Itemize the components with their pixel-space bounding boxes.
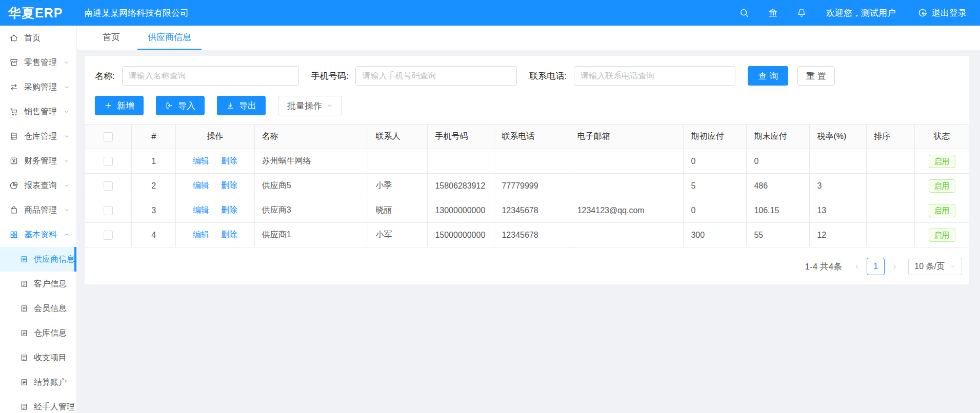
cell-sort [867, 149, 915, 174]
chevron-down-icon [64, 182, 70, 189]
search-icon[interactable] [739, 8, 749, 18]
search-form: 名称: 手机号码: 联系电话: 查 询 重 置 [85, 66, 969, 86]
cell-tax-rate: 13 [810, 198, 867, 223]
sidebar-subitem-2[interactable]: 会员信息 [0, 296, 76, 321]
status-badge: 启用 [929, 229, 955, 242]
cell-contact: 小季 [368, 174, 428, 198]
sidebar-item-storage[interactable]: 仓库管理 [0, 124, 76, 149]
content-area: 首页 供应商信息 名称: 手机号码: 联系电话: 查 询 重 置 [77, 26, 980, 413]
prev-page-icon[interactable] [850, 258, 864, 275]
sidebar-subitem-5[interactable]: 结算账户 [0, 370, 76, 395]
sidebar-subitem-6[interactable]: 经手人管理 [0, 395, 76, 413]
column-header-4: 手机号码 [428, 125, 494, 149]
sidebar-subitem-4[interactable]: 收支项目 [0, 345, 76, 370]
company-name: 南通某某网络科技有限公司 [84, 7, 189, 19]
tab-supplier-info[interactable]: 供应商信息 [137, 26, 202, 50]
column-header-2: 名称 [254, 125, 368, 149]
bank-icon[interactable] [768, 8, 778, 18]
add-label: 新增 [117, 100, 134, 112]
row-checkbox[interactable] [104, 157, 113, 166]
next-page-icon[interactable] [888, 258, 901, 275]
cell-index: 2 [131, 174, 176, 198]
sidebar-item-shop[interactable]: 零售管理 [0, 50, 76, 75]
cell-operations: 编辑删除 [176, 174, 254, 198]
sidebar-item-home[interactable]: 首页 [0, 26, 76, 50]
reset-button[interactable]: 重 置 [797, 66, 835, 86]
batch-actions-dropdown[interactable]: 批量操作 [278, 96, 342, 115]
page-number[interactable]: 1 [867, 258, 885, 275]
sidebar-subitem-3[interactable]: 仓库信息 [0, 321, 76, 345]
supplier-table: #操作名称联系人手机号码联系电话电子邮箱期初应付期末应付税率(%)排序状态 1编… [85, 124, 969, 247]
cell-end-payable: 55 [747, 223, 810, 247]
select-all-checkbox[interactable] [104, 132, 113, 141]
phone-input[interactable] [355, 66, 517, 86]
delete-link[interactable]: 删除 [221, 181, 237, 190]
home-icon [9, 33, 18, 43]
edit-link[interactable]: 编辑 [193, 156, 209, 165]
sidebar-item-finance[interactable]: 财务管理 [0, 149, 76, 173]
sidebar-item-report[interactable]: 报表查询 [0, 173, 76, 198]
cell-sort [867, 223, 915, 247]
cell-operations: 编辑删除 [176, 149, 254, 174]
document-icon [20, 280, 28, 288]
cell-phone [428, 149, 494, 174]
cell-sort [867, 198, 915, 223]
table-row: 4编辑删除供应商1小军15000000000123456783005512启用 [85, 223, 969, 247]
cell-index: 1 [131, 149, 176, 174]
sidebar-item-label: 首页 [24, 33, 41, 44]
name-input[interactable] [122, 66, 299, 86]
name-label: 名称: [95, 70, 115, 82]
tab-home[interactable]: 首页 [92, 26, 130, 50]
cell-status: 启用 [915, 198, 969, 223]
chevron-down-icon [950, 263, 956, 270]
cell-phone: 15806283912 [428, 174, 494, 198]
column-header-8: 期末应付 [747, 125, 810, 149]
cell-name: 供应商3 [254, 198, 368, 223]
sidebar-item-basic[interactable]: 基本资料 [0, 222, 76, 247]
row-checkbox[interactable] [104, 206, 113, 215]
cell-index: 3 [131, 198, 176, 223]
delete-link[interactable]: 删除 [221, 205, 237, 214]
chevron-down-icon [64, 207, 70, 213]
row-checkbox[interactable] [104, 231, 113, 240]
sidebar-subitem-0[interactable]: 供应商信息 [0, 247, 76, 272]
column-header-6: 电子邮箱 [570, 125, 684, 149]
sidebar-subitem-label: 客户信息 [34, 279, 67, 290]
sidebar-subitem-label: 仓库信息 [34, 328, 67, 339]
document-icon [20, 354, 28, 362]
tel-input[interactable] [574, 66, 735, 86]
cell-phone: 15000000000 [428, 223, 494, 247]
cell-index: 4 [131, 223, 176, 247]
sidebar-item-swap[interactable]: 采购管理 [0, 75, 76, 99]
cell-begin-payable: 0 [684, 149, 747, 174]
sidebar-item-cart[interactable]: 销售管理 [0, 99, 76, 124]
query-button[interactable]: 查 询 [748, 66, 788, 86]
sidebar-subitem-1[interactable]: 客户信息 [0, 272, 76, 296]
edit-link[interactable]: 编辑 [193, 205, 209, 214]
storage-icon [9, 132, 18, 141]
delete-link[interactable]: 删除 [221, 230, 237, 239]
column-header-7: 期初应付 [684, 125, 747, 149]
goods-icon [9, 205, 18, 215]
logout-button[interactable]: 退出登录 [917, 7, 967, 19]
import-button[interactable]: 导入 [156, 96, 205, 115]
sidebar-item-goods[interactable]: 商品管理 [0, 198, 76, 222]
cell-email [570, 149, 684, 174]
edit-link[interactable]: 编辑 [193, 230, 209, 239]
add-button[interactable]: 新增 [95, 96, 144, 115]
bell-icon[interactable] [796, 8, 807, 18]
row-checkbox[interactable] [104, 181, 113, 191]
page-size-select[interactable]: 10 条/页 [908, 258, 962, 275]
cell-tax-rate [810, 149, 867, 174]
export-button[interactable]: 导出 [217, 96, 266, 115]
table-row: 3编辑删除供应商3晓丽13000000000123456781234123@qq… [85, 198, 969, 223]
row-checkbox-cell [85, 174, 132, 198]
table-row: 2编辑删除供应商5小季158062839127777999954863启用 [85, 174, 969, 198]
edit-link[interactable]: 编辑 [193, 181, 209, 190]
pagination: 1-4 共4条 1 10 条/页 [85, 258, 969, 275]
plus-icon [104, 101, 112, 110]
cell-tel: 77779999 [494, 174, 570, 198]
tab-bar: 首页 供应商信息 [77, 26, 980, 50]
delete-link[interactable]: 删除 [221, 156, 237, 165]
chevron-down-icon [64, 158, 70, 164]
